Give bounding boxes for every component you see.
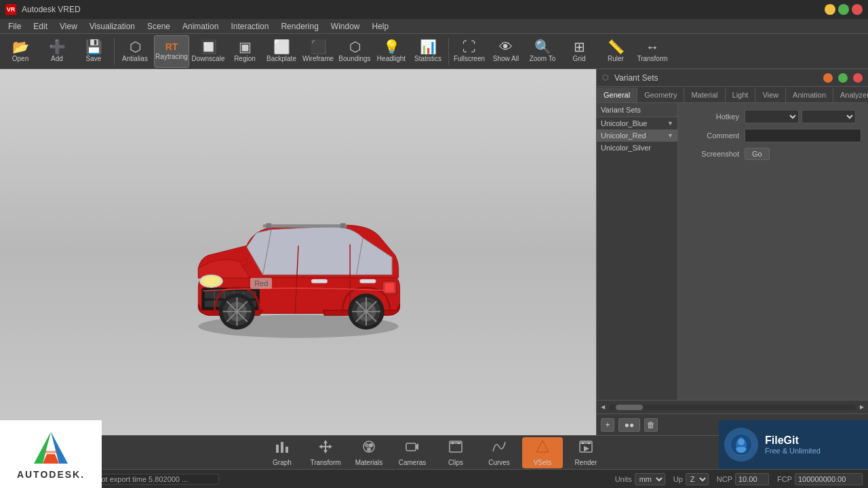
units-select[interactable]: mm cm m [635, 473, 665, 485]
svg-point-68 [738, 439, 745, 445]
bottom-cameras-button[interactable]: Cameras [392, 437, 433, 468]
open-button[interactable]: 📂 Open [3, 35, 38, 68]
comment-input[interactable] [745, 129, 861, 142]
add-icon: ➕ [49, 40, 66, 54]
ruler-button[interactable]: 📏 Ruler [598, 35, 633, 68]
statistics-button[interactable]: 📊 Statistics [410, 35, 446, 68]
bottom-render-button[interactable]: Render [566, 437, 606, 468]
svg-point-48 [369, 443, 373, 447]
open-icon: 📂 [12, 40, 29, 54]
go-button[interactable]: Go [745, 148, 770, 160]
delete-variant-button[interactable]: 🗑 [644, 418, 658, 432]
transform-button[interactable]: ↔ Transform [635, 35, 670, 68]
wireframe-icon: ⬛ [310, 40, 327, 54]
window-controls [825, 4, 863, 15]
tab-geometry[interactable]: Geometry [637, 87, 684, 102]
panel-title: Variant Sets [614, 73, 818, 83]
grid-button[interactable]: ⊞ Grid [561, 35, 597, 68]
minimize-button[interactable] [825, 4, 835, 15]
wireframe-button[interactable]: ⬛ Wireframe [300, 35, 336, 68]
bottom-graph-button[interactable]: Graph [262, 437, 302, 468]
wireframe-label: Wireframe [302, 55, 334, 62]
scroll-track[interactable] [609, 405, 856, 410]
variant-item-silver[interactable]: Unicolor_Silver [597, 142, 677, 154]
zoom-to-button[interactable]: 🔍 Zoom To [525, 35, 560, 68]
filegit-title: FileGit [765, 434, 821, 447]
render-label: Render [575, 459, 597, 466]
variant-item-blue[interactable]: Unicolor_Blue ▼ [597, 117, 677, 129]
panel-close-button[interactable] [853, 73, 863, 83]
svg-rect-15 [359, 279, 376, 283]
menu-file[interactable]: File [3, 20, 26, 33]
panel-pin-button[interactable] [823, 73, 833, 83]
add-button[interactable]: ➕ Add [39, 35, 75, 68]
zoom-to-label: Zoom To [530, 55, 556, 62]
fcp-input[interactable] [795, 473, 863, 485]
headlight-button[interactable]: 💡 Headlight [374, 35, 409, 68]
tab-analyzer[interactable]: Analyzer [833, 87, 868, 102]
panel-minimize-button[interactable] [838, 73, 848, 83]
bottom-clips-button[interactable]: Clips [435, 437, 476, 468]
menu-visualization[interactable]: Visualization [84, 20, 140, 33]
bottom-vsets-button[interactable]: VSets [522, 437, 563, 468]
maximize-button[interactable] [838, 4, 849, 15]
transform-icon-bottom [318, 439, 333, 458]
menu-help[interactable]: Help [367, 20, 395, 33]
bottom-curves-button[interactable]: Curves [479, 437, 519, 468]
up-select[interactable]: Z Y [686, 473, 709, 485]
save-button[interactable]: 💾 Save [76, 35, 111, 68]
menu-scene[interactable]: Scene [142, 20, 176, 33]
fullscreen-button[interactable]: ⛶ Fullscreen [452, 35, 487, 68]
antialias-button[interactable]: ⬡ Antialias [117, 35, 153, 68]
svg-marker-65 [43, 454, 59, 464]
menu-interaction[interactable]: Interaction [225, 20, 274, 33]
downscale-label: Downscale [192, 55, 225, 62]
scroll-left-button[interactable]: ◀ [599, 404, 606, 410]
region-icon: ▣ [239, 40, 252, 54]
hotkey-select-2[interactable] [802, 110, 856, 123]
transform-icon: ↔ [646, 40, 659, 54]
svg-marker-61 [584, 446, 589, 451]
menu-view[interactable]: View [54, 20, 83, 33]
variant-item-red[interactable]: Unicolor_Red ▼ [597, 129, 677, 142]
add-variant-button[interactable]: + [601, 418, 614, 432]
hotkey-select-1[interactable] [745, 110, 799, 123]
tab-view[interactable]: View [755, 87, 786, 102]
car-model: Red [163, 157, 434, 347]
ncp-input[interactable] [735, 473, 769, 485]
variant-blue-dropdown[interactable]: ▼ [667, 120, 673, 127]
menu-rendering[interactable]: Rendering [275, 20, 323, 33]
svg-rect-14 [311, 279, 328, 283]
menu-edit[interactable]: Edit [28, 20, 53, 33]
tab-light[interactable]: Light [726, 87, 756, 102]
svg-point-47 [365, 443, 369, 447]
units-label: Units [615, 475, 632, 483]
ncp-label: NCP [717, 475, 732, 483]
backplate-button[interactable]: ⬜ Backplate [264, 35, 299, 68]
headlight-label: Headlight [377, 55, 406, 62]
bottom-materials-button[interactable]: Materials [349, 437, 389, 468]
viewport[interactable]: Red Red [0, 69, 597, 435]
show-all-button[interactable]: 👁 Show All [488, 35, 524, 68]
fcp-status: FCP [777, 473, 863, 485]
svg-rect-54 [452, 443, 454, 444]
vsets-label: VSets [534, 459, 552, 466]
tab-material[interactable]: Material [684, 87, 725, 102]
region-button[interactable]: ▣ Region [227, 35, 262, 68]
svg-rect-58 [580, 441, 592, 444]
tab-animation[interactable]: Animation [786, 87, 833, 102]
close-button[interactable] [852, 4, 863, 15]
downscale-button[interactable]: 🔲 Downscale [191, 35, 226, 68]
variant-list: Variant Sets Unicolor_Blue ▼ Unicolor_Re… [597, 103, 678, 400]
variant-red-dropdown[interactable]: ▼ [667, 132, 673, 139]
transform-label-bottom: Transform [310, 459, 340, 466]
variant-options-button[interactable]: ●● [618, 418, 640, 432]
bottom-transform-button[interactable]: Transform [305, 437, 346, 468]
car-label: Red [250, 278, 272, 289]
menu-animation[interactable]: Animation [177, 20, 224, 33]
raytracing-button[interactable]: RT Raytracing [154, 35, 189, 68]
scroll-right-button[interactable]: ▶ [859, 404, 865, 410]
menu-window[interactable]: Window [326, 20, 366, 33]
boundings-button[interactable]: ⬡ Boundings [337, 35, 372, 68]
tab-general[interactable]: General [597, 87, 637, 102]
